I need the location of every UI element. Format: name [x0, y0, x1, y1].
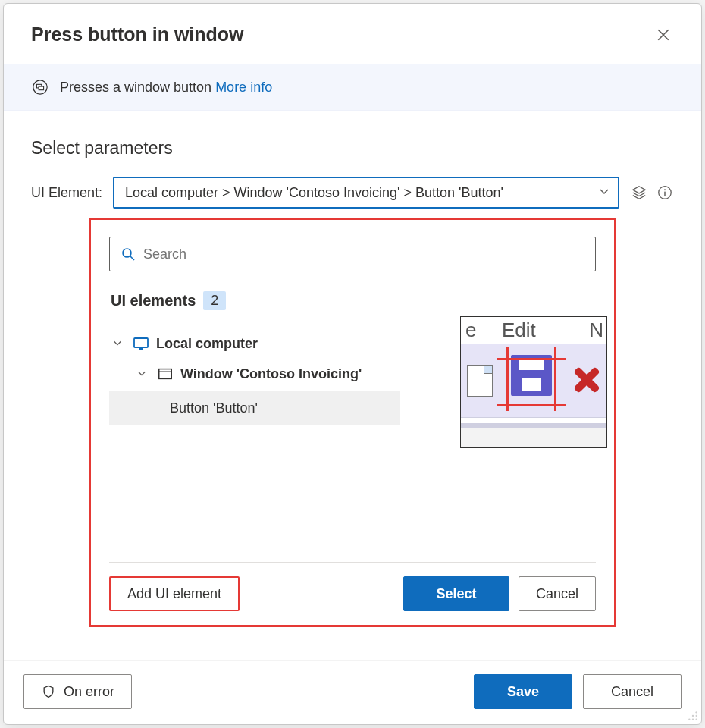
preview-strip	[461, 417, 606, 428]
banner-description: Presses a window button	[60, 80, 212, 95]
svg-point-13	[692, 715, 694, 717]
resize-grip-icon[interactable]	[688, 711, 698, 721]
preview-text: N	[589, 318, 603, 342]
tree-label: Button 'Button'	[170, 400, 258, 416]
chevron-down-icon	[598, 185, 610, 200]
svg-rect-10	[159, 369, 172, 379]
svg-point-16	[692, 719, 694, 720]
svg-line-7	[130, 256, 134, 260]
ui-elements-title: UI elements	[111, 292, 196, 309]
ui-element-value: Local computer > Window 'Contoso Invoici…	[125, 185, 503, 201]
preview-content: e Edit N	[461, 317, 606, 447]
svg-rect-2	[39, 86, 43, 90]
on-error-button[interactable]: On error	[24, 674, 132, 709]
svg-rect-9	[139, 348, 143, 350]
cancel-button[interactable]: Cancel	[583, 674, 682, 709]
dialog-title: Press button in window	[31, 24, 244, 46]
action-dialog: Press button in window Presses a window …	[3, 3, 702, 725]
svg-point-17	[696, 719, 697, 720]
layers-icon[interactable]	[630, 184, 648, 202]
delete-icon	[572, 361, 602, 391]
param-row: UI Element: Local computer > Window 'Con…	[4, 177, 701, 209]
close-button[interactable]	[653, 24, 674, 46]
chevron-down-icon	[112, 336, 126, 352]
save-button[interactable]: Save	[474, 674, 572, 709]
tree-node-button[interactable]: Button 'Button'	[109, 391, 400, 425]
info-banner: Presses a window button More info	[4, 64, 701, 111]
on-error-label: On error	[64, 684, 114, 700]
computer-icon	[132, 334, 150, 353]
ui-elements-count: 2	[203, 291, 226, 310]
svg-rect-8	[134, 338, 148, 347]
element-preview: e Edit N	[460, 316, 607, 448]
more-info-link[interactable]: More info	[215, 80, 272, 95]
svg-point-14	[696, 715, 697, 717]
preview-text: e	[465, 318, 476, 342]
ui-element-select[interactable]: Local computer > Window 'Contoso Invoici…	[113, 177, 619, 209]
chevron-down-icon	[136, 366, 150, 382]
window-icon	[156, 365, 174, 383]
ui-element-picker-container: UI elements 2 Local computer Window 'Con…	[89, 218, 616, 627]
svg-point-15	[688, 719, 690, 720]
add-ui-element-button[interactable]: Add UI element	[109, 576, 240, 611]
search-box[interactable]	[109, 237, 596, 271]
preview-text: Edit	[502, 318, 536, 342]
close-icon	[656, 28, 670, 42]
ui-elements-header: UI elements 2	[111, 291, 596, 310]
svg-rect-5	[664, 192, 665, 196]
search-icon	[121, 246, 136, 262]
preview-menu: e Edit N	[461, 317, 606, 344]
param-label: UI Element:	[31, 185, 113, 201]
search-input[interactable]	[143, 246, 584, 262]
dialog-footer: On error Save Cancel	[4, 660, 701, 724]
tree-label: Local computer	[156, 336, 258, 352]
dialog-header: Press button in window	[4, 4, 701, 64]
info-icon[interactable]	[656, 184, 674, 202]
svg-point-4	[664, 189, 666, 190]
document-icon	[467, 365, 493, 397]
shield-icon	[41, 684, 56, 699]
action-icon	[31, 78, 49, 96]
tree-label: Window 'Contoso Invoicing'	[180, 366, 362, 382]
section-title: Select parameters	[4, 111, 701, 177]
select-button[interactable]: Select	[403, 576, 509, 611]
picker-cancel-button[interactable]: Cancel	[519, 576, 596, 611]
banner-text: Presses a window button More info	[60, 80, 272, 96]
target-crosshair-icon	[497, 347, 566, 411]
svg-point-6	[123, 249, 131, 257]
side-icons	[630, 184, 674, 202]
svg-point-12	[696, 711, 697, 713]
ui-element-picker: UI elements 2 Local computer Window 'Con…	[89, 218, 616, 627]
picker-footer: Add UI element Select Cancel	[109, 562, 596, 611]
